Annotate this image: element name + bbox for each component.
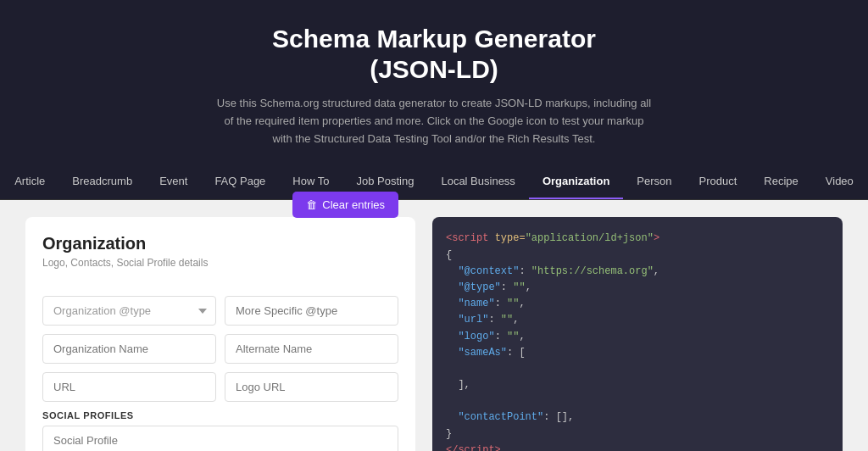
social-profile-input[interactable] bbox=[42, 426, 398, 451]
alternate-name-input[interactable] bbox=[225, 334, 398, 364]
social-profile-row bbox=[42, 426, 398, 451]
page-header: Schema Markup Generator (JSON-LD) Use th… bbox=[0, 0, 868, 164]
nav-item-event[interactable]: Event bbox=[146, 164, 201, 199]
nav-item-recipe[interactable]: Recipe bbox=[750, 164, 811, 199]
nav-item-product[interactable]: Product bbox=[686, 164, 751, 199]
page-description: Use this Schema.org structured data gene… bbox=[214, 95, 654, 148]
nav-item-video[interactable]: Video bbox=[812, 164, 867, 199]
form-subtitle: Logo, Contacts, Social Profile details bbox=[42, 257, 208, 269]
form-header-text: Organization Logo, Contacts, Social Prof… bbox=[42, 234, 208, 282]
logo-url-input[interactable] bbox=[225, 372, 398, 402]
clear-entries-button[interactable]: 🗑 Clear entries bbox=[292, 192, 398, 218]
nav-item-organization[interactable]: Organization bbox=[529, 164, 623, 199]
form-header-row: Organization Logo, Contacts, Social Prof… bbox=[42, 234, 398, 282]
org-name-input[interactable] bbox=[42, 334, 216, 364]
code-panel: <script type="application/ld+json"> { "@… bbox=[432, 217, 843, 451]
nav-item-article[interactable]: Article bbox=[1, 164, 58, 199]
form-panel: Organization Logo, Contacts, Social Prof… bbox=[25, 217, 415, 451]
code-output: <script type="application/ld+json"> { "@… bbox=[446, 231, 829, 451]
url-row bbox=[42, 372, 398, 402]
trash-icon: 🗑 bbox=[306, 198, 317, 211]
org-type-row: Organization @type bbox=[42, 296, 398, 326]
form-title: Organization bbox=[42, 234, 208, 253]
more-specific-type-input[interactable] bbox=[225, 296, 398, 326]
url-input[interactable] bbox=[42, 372, 216, 402]
navigation-bar: Article Breadcrumb Event FAQ Page How To… bbox=[0, 164, 868, 200]
main-content: Organization Logo, Contacts, Social Prof… bbox=[0, 200, 868, 451]
nav-item-breadcrumb[interactable]: Breadcrumb bbox=[58, 164, 146, 199]
nav-item-person[interactable]: Person bbox=[623, 164, 685, 199]
page-title: Schema Markup Generator (JSON-LD) bbox=[17, 24, 851, 85]
org-type-select[interactable]: Organization @type bbox=[42, 296, 216, 326]
nav-item-local-business[interactable]: Local Business bbox=[427, 164, 528, 199]
org-name-row bbox=[42, 334, 398, 364]
nav-item-faq-page[interactable]: FAQ Page bbox=[201, 164, 279, 199]
social-profiles-label: SOCIAL PROFILES bbox=[42, 410, 398, 420]
